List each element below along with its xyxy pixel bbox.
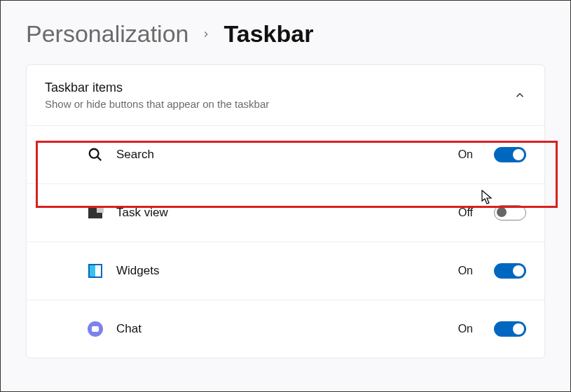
- panel-header[interactable]: Taskbar items Show or hide buttons that …: [27, 65, 544, 125]
- item-label: Widgets: [116, 264, 446, 278]
- chat-toggle[interactable]: [494, 321, 526, 337]
- panel-title: Taskbar items: [45, 80, 514, 95]
- chevron-up-icon: [514, 89, 526, 102]
- item-label: Search: [116, 148, 446, 162]
- svg-point-0: [90, 149, 99, 158]
- search-icon: [87, 146, 104, 163]
- breadcrumb-parent[interactable]: Personalization: [26, 20, 188, 48]
- widgets-toggle[interactable]: [494, 263, 526, 279]
- taskbar-item-taskview: Task view Off: [27, 183, 544, 241]
- item-status: On: [458, 148, 473, 161]
- item-status: On: [458, 323, 473, 335]
- svg-line-1: [97, 157, 102, 161]
- panel-subtitle: Show or hide buttons that appear on the …: [45, 98, 514, 110]
- item-status: On: [458, 265, 473, 277]
- taskbar-item-chat: Chat On: [27, 300, 544, 358]
- taskview-toggle[interactable]: [494, 205, 526, 220]
- chat-icon: [87, 321, 104, 337]
- breadcrumb-current: Taskbar: [223, 20, 313, 48]
- chevron-right-icon: [201, 25, 211, 43]
- item-label: Task view: [116, 206, 446, 220]
- taskview-icon: [87, 204, 104, 221]
- search-toggle[interactable]: [494, 147, 526, 162]
- item-label: Chat: [116, 322, 446, 336]
- taskbar-items-panel: Taskbar items Show or hide buttons that …: [26, 64, 545, 358]
- breadcrumb: Personalization Taskbar: [1, 1, 570, 64]
- item-status: Off: [458, 206, 473, 219]
- widgets-icon: [87, 262, 104, 279]
- taskbar-item-search: Search On: [27, 125, 544, 183]
- taskbar-item-widgets: Widgets On: [27, 241, 544, 300]
